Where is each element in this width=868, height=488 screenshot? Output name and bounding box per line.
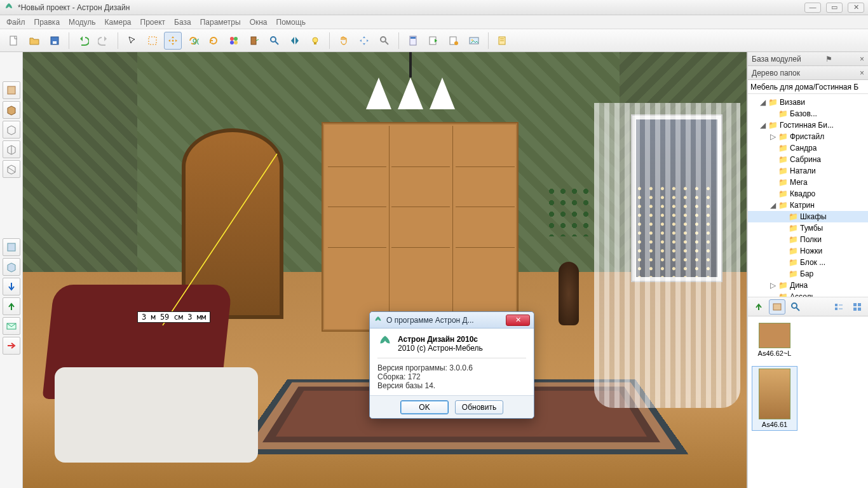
tree-node[interactable]: 📁Сабрина: [748, 154, 868, 165]
tree-close-icon[interactable]: ×: [860, 69, 864, 78]
svg-point-7: [234, 37, 238, 41]
mirror-tool[interactable]: [286, 32, 304, 50]
zoom2-tool[interactable]: [376, 32, 393, 50]
arrow-up-icon[interactable]: [3, 297, 20, 315]
move-tool[interactable]: [164, 32, 182, 50]
menu-windows[interactable]: Окна: [250, 18, 268, 27]
calc-tool[interactable]: [404, 32, 422, 50]
about-dialog-title: О программе Астрон Д...: [386, 316, 474, 325]
pan-tool[interactable]: [335, 32, 353, 50]
box-wire1-icon[interactable]: [3, 121, 20, 139]
tree-node[interactable]: ◢📁Гостинная Би...: [748, 119, 868, 131]
about-dialog-titlebar[interactable]: О программе Астрон Д... ✕: [370, 312, 534, 329]
window-maximize-button[interactable]: ▭: [826, 3, 843, 13]
tree-node[interactable]: 📁Ассоль: [748, 291, 868, 297]
box-wire2-icon[interactable]: [3, 140, 20, 158]
tree-node[interactable]: ▷📁Фристайл: [748, 131, 868, 142]
tree-node[interactable]: 📁Квадро: [748, 188, 868, 200]
list-view-button[interactable]: [831, 299, 847, 315]
rotate-tool[interactable]: 90°: [184, 32, 202, 50]
tree-node[interactable]: ▷📁Дина: [748, 280, 868, 291]
svg-rect-3: [149, 37, 156, 44]
report-tool[interactable]: [445, 32, 463, 50]
tree-node[interactable]: 📁Мега: [748, 177, 868, 188]
arrow-down-icon[interactable]: [3, 278, 20, 295]
grid-view-button[interactable]: [849, 299, 865, 315]
tree-node[interactable]: 📁Тумбы: [748, 222, 868, 234]
about-ok-button[interactable]: OK: [400, 400, 449, 414]
tree-node[interactable]: 📁Ножки: [748, 245, 868, 257]
arrow-right-icon[interactable]: [3, 337, 20, 355]
window-minimize-button[interactable]: ―: [804, 3, 821, 13]
undo-button[interactable]: [74, 32, 92, 50]
box-persp-icon[interactable]: [3, 101, 20, 119]
box-wire3-icon[interactable]: [3, 160, 20, 178]
tree-node[interactable]: 📁Натали: [748, 165, 868, 177]
thumbnail-item-selected[interactable]: As46.61: [752, 366, 797, 431]
vase-model: [550, 211, 588, 325]
orbit-tool[interactable]: [355, 32, 373, 50]
view-iso-icon[interactable]: [3, 258, 20, 276]
menu-edit[interactable]: Правка: [34, 18, 60, 27]
select-tool[interactable]: [123, 32, 141, 50]
menu-camera[interactable]: Камера: [105, 18, 132, 27]
about-update-button[interactable]: Обновить: [455, 400, 503, 414]
tree-node-selected[interactable]: 📁Шкафы: [748, 211, 868, 222]
svg-point-23: [471, 39, 473, 41]
svg-rect-41: [858, 303, 861, 306]
marquee-tool[interactable]: [144, 32, 161, 50]
tree-node[interactable]: 📁Базов...: [748, 108, 868, 119]
leaf-icon: [374, 316, 383, 325]
image-tool[interactable]: [465, 32, 483, 50]
up-folder-button[interactable]: [750, 299, 767, 315]
export-tool[interactable]: [424, 32, 442, 50]
thumbnail-preview: [759, 369, 790, 419]
folder-breadcrumb[interactable]: Мебель для дома/Гостинная Б: [748, 80, 868, 94]
box-front-icon[interactable]: [3, 81, 20, 99]
pin-icon[interactable]: ⚑: [825, 55, 832, 64]
folder-tree-header: Дерево папок ×: [748, 66, 868, 80]
thumb-search-button[interactable]: [787, 299, 804, 315]
viewport-3d[interactable]: 3 м 59 см 3 мм О программе Астрон Д... ✕…: [23, 52, 747, 488]
new-file-button[interactable]: [5, 32, 23, 50]
refresh-tool[interactable]: [205, 32, 222, 50]
tree-node[interactable]: ◢📁Визави: [748, 97, 868, 108]
redo-button[interactable]: [95, 32, 112, 50]
tree-node[interactable]: ◢📁Катрин: [748, 200, 868, 211]
menu-params[interactable]: Параметры: [200, 18, 241, 27]
about-build: Сборка: 172: [377, 372, 526, 381]
menu-help[interactable]: Помощь: [276, 18, 306, 27]
open-file-button[interactable]: [25, 32, 43, 50]
zoom-tool[interactable]: [266, 32, 283, 50]
color-tool[interactable]: [225, 32, 243, 50]
folder-tree[interactable]: ◢📁Визави 📁Базов... ◢📁Гостинная Би... ▷📁Ф…: [748, 94, 868, 297]
window-close-button[interactable]: ✕: [848, 3, 864, 13]
mail-icon[interactable]: [3, 317, 20, 335]
svg-line-35: [796, 308, 799, 311]
svg-line-29: [8, 167, 15, 172]
menu-module[interactable]: Модуль: [69, 18, 96, 27]
menu-project[interactable]: Проект: [140, 18, 166, 27]
door-tool[interactable]: [245, 32, 263, 50]
thumb-view-button[interactable]: [769, 299, 785, 315]
svg-rect-10: [251, 37, 256, 44]
menu-base[interactable]: База: [174, 18, 191, 27]
thumbnail-list[interactable]: As46.62~L As46.61: [748, 316, 868, 488]
svg-point-15: [381, 37, 386, 42]
tree-node[interactable]: 📁Полки: [748, 234, 868, 245]
panel-close-icon[interactable]: ×: [860, 55, 864, 64]
menu-file[interactable]: Файл: [6, 18, 25, 27]
tree-node[interactable]: 📁Блок ...: [748, 257, 868, 268]
notes-tool[interactable]: [494, 32, 512, 50]
svg-point-8: [230, 41, 234, 44]
about-dialog: О программе Астрон Д... ✕ Астрон Дизайн …: [369, 311, 534, 419]
save-file-button[interactable]: [46, 32, 64, 50]
tree-node[interactable]: 📁Бар: [748, 268, 868, 280]
view-top-icon[interactable]: [3, 238, 20, 256]
about-dialog-close-button[interactable]: ✕: [506, 315, 530, 326]
light-tool[interactable]: [306, 32, 324, 50]
svg-point-9: [234, 41, 238, 44]
thumbnail-item[interactable]: As46.62~L: [752, 320, 797, 360]
thumbnail-preview: [759, 323, 790, 348]
tree-node[interactable]: 📁Сандра: [748, 142, 868, 154]
